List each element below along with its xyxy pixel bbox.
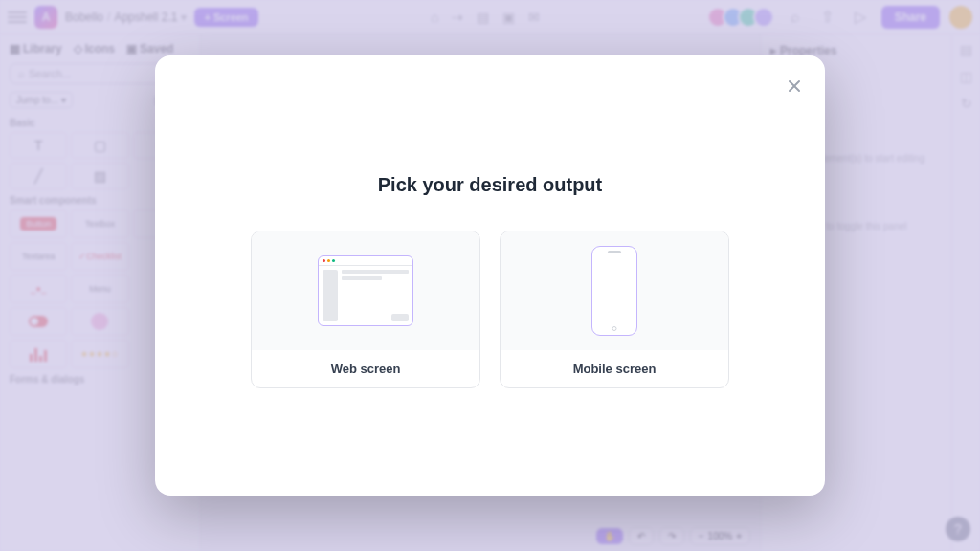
- mobile-preview: [501, 231, 728, 350]
- option-mobile-screen[interactable]: Mobile screen: [500, 231, 729, 388]
- modal-title: Pick your desired output: [378, 174, 602, 196]
- close-button[interactable]: [783, 75, 806, 98]
- option-mobile-label: Mobile screen: [501, 350, 728, 387]
- browser-window-icon: [318, 255, 413, 326]
- option-web-label: Web screen: [252, 350, 479, 387]
- phone-frame-icon: [591, 246, 637, 336]
- option-web-screen[interactable]: Web screen: [251, 231, 480, 388]
- modal-backdrop[interactable]: Pick your desired output: [0, 0, 980, 551]
- output-picker-modal: Pick your desired output: [155, 55, 825, 496]
- web-preview: [252, 231, 479, 350]
- close-icon: [787, 78, 802, 94]
